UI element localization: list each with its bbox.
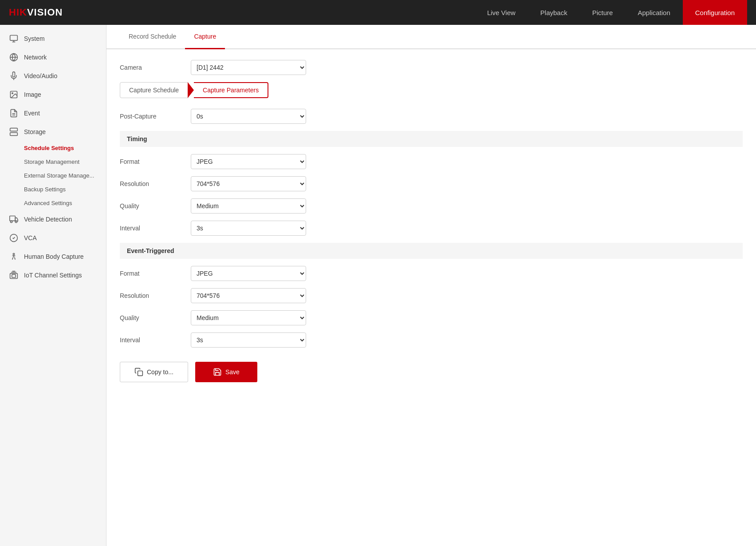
tab-record-schedule[interactable]: Record Schedule	[120, 25, 185, 49]
content-area: Camera [D1] 2442 Capture Schedule Captur…	[106, 60, 756, 396]
svg-rect-23	[138, 371, 143, 376]
sidebar-label-system: System	[24, 35, 45, 42]
nav-playback[interactable]: Playback	[528, 0, 580, 25]
nav-picture[interactable]: Picture	[580, 0, 626, 25]
event-triggered-header: Event-Triggered	[120, 243, 743, 259]
event-resolution-label: Resolution	[120, 292, 191, 299]
sidebar-label-video-audio: Video/Audio	[24, 72, 57, 79]
tab-capture[interactable]: Capture	[185, 25, 225, 49]
nav-live-view[interactable]: Live View	[475, 0, 528, 25]
post-capture-row: Post-Capture 0s 2s 4s	[120, 109, 743, 124]
camera-row: Camera [D1] 2442	[120, 60, 743, 75]
sidebar-sub-label-backup-settings: Backup Settings	[24, 186, 66, 193]
event-interval-label: Interval	[120, 336, 191, 344]
sidebar-label-image: Image	[24, 91, 41, 98]
truck-icon	[9, 214, 19, 224]
sidebar-item-system[interactable]: System	[0, 29, 106, 48]
event-quality-row: Quality Medium Low High	[120, 310, 743, 325]
svg-rect-10	[10, 128, 18, 131]
sidebar-sub-advanced-settings[interactable]: Advanced Settings	[0, 196, 106, 210]
sidebar-item-network[interactable]: Network	[0, 48, 106, 67]
svg-rect-20	[12, 274, 16, 277]
sidebar-item-image[interactable]: Image	[0, 85, 106, 104]
timing-interval-label: Interval	[120, 225, 191, 232]
sidebar-item-video-audio[interactable]: Video/Audio	[0, 67, 106, 85]
sidebar-label-network: Network	[24, 54, 47, 61]
timing-format-select[interactable]: JPEG	[191, 154, 306, 169]
sidebar-sub-backup-settings[interactable]: Backup Settings	[0, 182, 106, 196]
vca-icon	[9, 233, 19, 243]
sub-tab-capture-schedule[interactable]: Capture Schedule	[120, 82, 188, 98]
save-label: Save	[225, 368, 240, 376]
event-format-select[interactable]: JPEG	[191, 266, 306, 281]
svg-rect-11	[10, 133, 18, 136]
timing-quality-select[interactable]: Medium Low High	[191, 198, 306, 214]
sidebar-item-event[interactable]: Event	[0, 104, 106, 123]
nav-links: Live View Playback Picture Application C…	[475, 0, 747, 25]
sub-tab-arrow	[188, 82, 194, 98]
copy-icon	[134, 368, 143, 376]
event-quality-label: Quality	[120, 314, 191, 321]
post-capture-label: Post-Capture	[120, 113, 191, 120]
mic-icon	[9, 71, 19, 81]
copy-to-label: Copy to...	[147, 368, 173, 376]
tab-bar: Record Schedule Capture	[106, 25, 756, 49]
timing-interval-row: Interval 3s 5s 10s	[120, 221, 743, 236]
sidebar-sub-external-storage[interactable]: External Storage Manage...	[0, 169, 106, 182]
copy-to-button[interactable]: Copy to...	[120, 362, 188, 382]
nav-application[interactable]: Application	[625, 0, 682, 25]
sidebar-label-storage: Storage	[24, 128, 46, 135]
monitor-icon	[9, 34, 19, 44]
sidebar-item-vca[interactable]: VCA	[0, 229, 106, 247]
svg-point-7	[12, 93, 13, 94]
sidebar-label-vca: VCA	[24, 234, 37, 241]
human-icon	[9, 252, 19, 261]
action-buttons: Copy to... Save	[120, 362, 743, 382]
event-resolution-row: Resolution 704*576	[120, 288, 743, 303]
event-interval-row: Interval 3s 5s 10s	[120, 332, 743, 348]
timing-format-row: Format JPEG	[120, 154, 743, 169]
event-icon	[9, 108, 19, 118]
layout: System Network Video/Audio	[0, 25, 756, 546]
timing-quality-label: Quality	[120, 202, 191, 210]
svg-rect-14	[10, 216, 15, 221]
sidebar-sub-schedule-settings[interactable]: Schedule Settings	[0, 141, 106, 155]
svg-point-18	[13, 253, 14, 255]
save-icon	[213, 368, 222, 376]
sidebar-sub-label-storage-management: Storage Management	[24, 158, 79, 165]
event-quality-select[interactable]: Medium Low High	[191, 310, 306, 325]
timing-resolution-row: Resolution 704*576	[120, 176, 743, 191]
svg-point-15	[11, 221, 12, 222]
sidebar-item-human-body-capture[interactable]: Human Body Capture	[0, 247, 106, 266]
event-interval-select[interactable]: 3s 5s 10s	[191, 332, 306, 348]
camera-label: Camera	[120, 64, 191, 71]
sidebar-sub-label-external-storage: External Storage Manage...	[24, 172, 94, 179]
logo: HIKVISION	[9, 7, 63, 18]
timing-resolution-select[interactable]: 704*576	[191, 176, 306, 191]
sidebar-item-iot-channel[interactable]: IoT Channel Settings	[0, 266, 106, 285]
storage-icon	[9, 127, 19, 137]
sidebar-item-vehicle-detection[interactable]: Vehicle Detection	[0, 210, 106, 229]
timing-format-label: Format	[120, 158, 191, 165]
sub-tab-capture-parameters[interactable]: Capture Parameters	[194, 82, 268, 98]
camera-select[interactable]: [D1] 2442	[191, 60, 306, 75]
sidebar-label-event: Event	[24, 110, 40, 117]
iot-icon	[9, 270, 19, 280]
image-icon	[9, 90, 19, 99]
sidebar-sub-storage-management[interactable]: Storage Management	[0, 155, 106, 169]
event-format-row: Format JPEG	[120, 266, 743, 281]
sidebar-sub-label-schedule-settings: Schedule Settings	[24, 145, 74, 151]
timing-interval-select[interactable]: 3s 5s 10s	[191, 221, 306, 236]
post-capture-select[interactable]: 0s 2s 4s	[191, 109, 306, 124]
save-button[interactable]: Save	[195, 362, 257, 382]
sub-tab-bar: Capture Schedule Capture Parameters	[120, 82, 743, 98]
event-resolution-select[interactable]: 704*576	[191, 288, 306, 303]
sidebar-label-vehicle-detection: Vehicle Detection	[24, 216, 72, 223]
nav-configuration[interactable]: Configuration	[683, 0, 747, 25]
svg-rect-0	[10, 36, 18, 41]
sidebar-item-storage[interactable]: Storage	[0, 123, 106, 141]
sidebar: System Network Video/Audio	[0, 25, 106, 546]
globe-icon	[9, 52, 19, 62]
timing-quality-row: Quality Medium Low High	[120, 198, 743, 214]
sidebar-label-iot-channel: IoT Channel Settings	[24, 272, 82, 279]
